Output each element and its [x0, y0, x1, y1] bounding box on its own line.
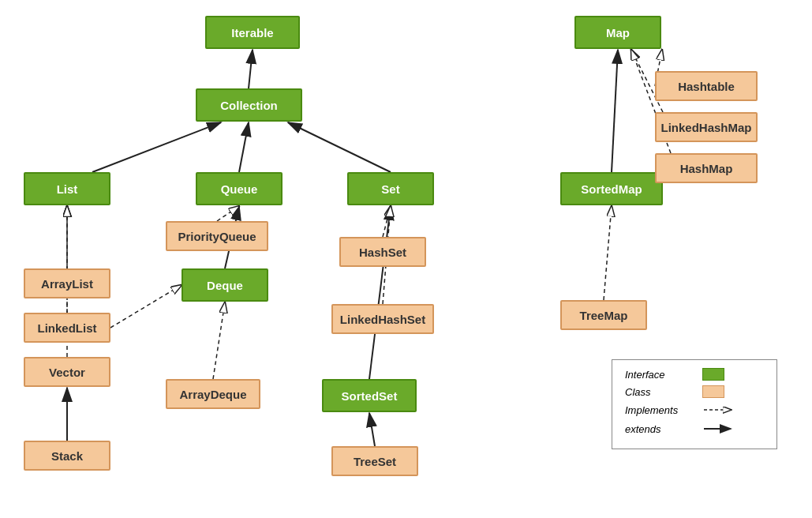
node-arraylist: ArrayList	[24, 268, 110, 298]
node-linkedlist: LinkedList	[24, 313, 110, 343]
legend-class-box	[702, 385, 724, 398]
label-stack: Stack	[51, 449, 83, 463]
label-linkedlist: LinkedList	[37, 321, 96, 335]
legend-class-label: Class	[625, 386, 696, 398]
node-list: List	[24, 172, 110, 205]
node-treemap: TreeMap	[560, 300, 647, 330]
label-priorityqueue: PriorityQueue	[178, 230, 256, 243]
legend-implements-label: Implements	[625, 404, 696, 416]
label-arraylist: ArrayList	[41, 277, 93, 291]
label-linkedhashset: LinkedHashSet	[340, 313, 425, 326]
node-sortedmap: SortedMap	[560, 172, 663, 205]
node-linkedhashset: LinkedHashSet	[331, 304, 434, 334]
svg-line-4	[239, 122, 249, 172]
svg-line-2	[249, 50, 253, 88]
svg-line-8	[612, 50, 618, 172]
label-sortedmap: SortedMap	[581, 182, 642, 196]
label-hashset: HashSet	[359, 246, 406, 259]
label-hashmap: HashMap	[680, 162, 733, 175]
node-stack: Stack	[24, 441, 110, 471]
node-set: Set	[347, 172, 434, 205]
label-treemap: TreeMap	[580, 309, 628, 322]
label-iterable: Iterable	[231, 26, 273, 39]
label-collection: Collection	[220, 99, 278, 112]
svg-line-5	[288, 122, 391, 172]
label-vector: Vector	[49, 366, 85, 379]
legend-class-row: Class	[625, 385, 764, 398]
svg-line-7	[369, 206, 391, 379]
svg-line-13	[110, 285, 181, 328]
node-map: Map	[574, 16, 661, 49]
svg-line-22	[604, 206, 612, 300]
legend-interface-row: Interface	[625, 368, 764, 381]
node-priorityqueue: PriorityQueue	[166, 221, 268, 251]
node-sortedset: SortedSet	[322, 379, 417, 412]
node-queue: Queue	[196, 172, 283, 205]
legend-interface-label: Interface	[625, 369, 696, 381]
label-deque: Deque	[207, 279, 243, 292]
label-treeset: TreeSet	[354, 455, 396, 468]
node-linkedhashmap: LinkedHashMap	[655, 112, 758, 142]
label-map: Map	[606, 26, 630, 39]
node-hashtable: Hashtable	[655, 71, 758, 101]
svg-line-18	[369, 413, 375, 446]
label-sortedset: SortedSet	[342, 389, 398, 403]
node-treeset: TreeSet	[331, 446, 418, 476]
legend-interface-box	[702, 368, 724, 381]
diagram-container: Iterable Collection List Queue Set Deque…	[0, 0, 812, 518]
svg-line-15	[213, 302, 225, 379]
legend: Interface Class Implements extends	[612, 359, 777, 449]
node-hashmap: HashMap	[655, 153, 758, 183]
label-arraydeque: ArrayDeque	[179, 388, 246, 401]
label-linkedhashmap: LinkedHashMap	[660, 121, 751, 134]
label-set: Set	[381, 182, 399, 196]
node-collection: Collection	[196, 88, 302, 122]
legend-extends-label: extends	[625, 423, 696, 435]
svg-line-14	[217, 206, 239, 221]
legend-implements-row: Implements	[625, 403, 764, 417]
svg-line-16	[383, 206, 391, 237]
legend-extends-arrow	[702, 422, 737, 436]
svg-line-3	[92, 122, 221, 172]
node-deque: Deque	[181, 268, 268, 302]
node-vector: Vector	[24, 357, 110, 387]
node-arraydeque: ArrayDeque	[166, 379, 260, 409]
node-iterable: Iterable	[205, 16, 300, 49]
node-hashset: HashSet	[339, 237, 426, 267]
legend-implements-arrow	[702, 403, 737, 417]
label-list: List	[57, 182, 78, 196]
label-queue: Queue	[221, 182, 258, 196]
label-hashtable: Hashtable	[678, 80, 735, 93]
legend-extends-row: extends	[625, 422, 764, 436]
